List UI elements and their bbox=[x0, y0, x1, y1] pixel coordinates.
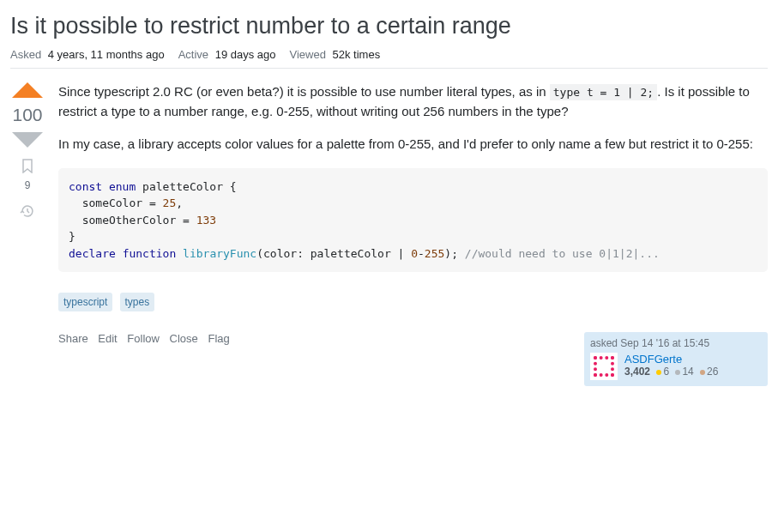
tag-types[interactable]: types bbox=[120, 293, 155, 311]
close-link[interactable]: Close bbox=[170, 332, 198, 345]
share-link[interactable]: Share bbox=[58, 332, 88, 345]
user-badges: 6 14 26 bbox=[653, 366, 718, 378]
asked-time: asked Sep 14 '16 at 15:45 bbox=[590, 337, 762, 349]
meta-asked: Asked 4 years, 11 months ago bbox=[10, 48, 165, 61]
history-icon bbox=[20, 203, 35, 219]
user-reputation: 3,402 bbox=[624, 366, 650, 378]
tag-typescript[interactable]: typescript bbox=[58, 293, 112, 311]
upvote-button[interactable] bbox=[12, 82, 43, 98]
paragraph-2: In my case, a library accepts color valu… bbox=[58, 135, 768, 154]
history-button[interactable] bbox=[20, 203, 35, 221]
follow-link[interactable]: Follow bbox=[127, 332, 160, 345]
gold-badge-icon bbox=[656, 370, 661, 375]
bookmark-count: 9 bbox=[25, 179, 31, 191]
tag-list: typescript types bbox=[58, 293, 768, 311]
post-body: Since typescript 2.0 RC (or even beta?) … bbox=[58, 82, 768, 386]
paragraph-1: Since typescript 2.0 RC (or even beta?) … bbox=[58, 82, 768, 121]
inline-code: type t = 1 | 2; bbox=[550, 84, 657, 100]
meta-active: Active 19 days ago bbox=[178, 48, 276, 61]
code-block: const enum paletteColor { someColor = 25… bbox=[58, 168, 768, 273]
vote-column: 100 9 bbox=[10, 82, 45, 386]
bookmark-icon bbox=[20, 158, 35, 173]
user-card: asked Sep 14 '16 at 15:45 ASDFGerte 3,40… bbox=[584, 332, 768, 386]
user-name-link[interactable]: ASDFGerte bbox=[624, 353, 718, 366]
flag-link[interactable]: Flag bbox=[208, 332, 229, 345]
avatar[interactable] bbox=[590, 353, 618, 380]
downvote-button[interactable] bbox=[12, 132, 43, 148]
edit-link[interactable]: Edit bbox=[98, 332, 117, 345]
bronze-badge-icon bbox=[700, 370, 705, 375]
silver-badge-icon bbox=[675, 370, 680, 375]
bookmark-button[interactable] bbox=[20, 158, 35, 176]
vote-score: 100 bbox=[12, 105, 42, 125]
question-meta: Asked 4 years, 11 months ago Active 19 d… bbox=[10, 48, 768, 69]
meta-viewed: Viewed 52k times bbox=[290, 48, 381, 61]
post-actions: Share Edit Follow Close Flag bbox=[58, 332, 237, 345]
question-title: Is it possible to restrict number to a c… bbox=[10, 10, 768, 41]
